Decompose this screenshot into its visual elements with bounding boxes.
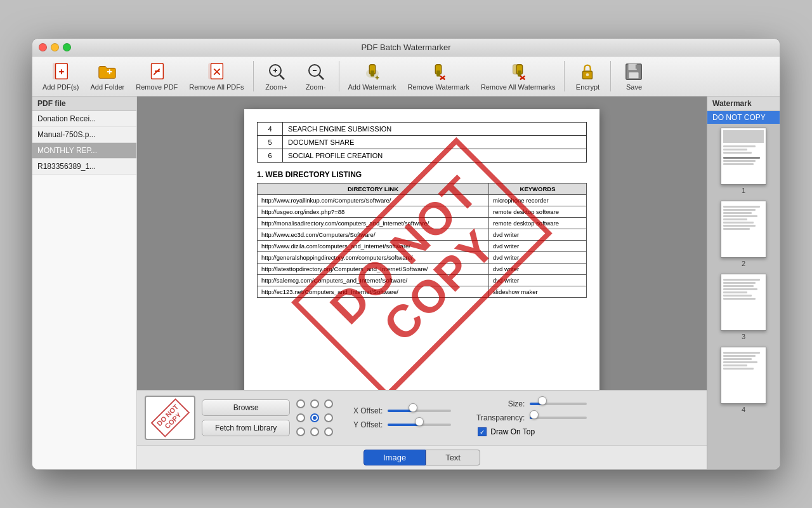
remove-pdf-icon bbox=[147, 62, 167, 82]
y-offset-row: Y Offset: bbox=[344, 420, 451, 429]
thumb-page-4 bbox=[721, 347, 766, 404]
browse-button[interactable]: Browse bbox=[202, 399, 290, 416]
pdf-data-table: DIRECTORY LINK KEYWORDS http://www.royal… bbox=[257, 183, 587, 298]
sep4 bbox=[610, 61, 611, 91]
pdf-list-item[interactable]: R183356389_1... bbox=[32, 159, 136, 175]
thumbnail-1[interactable]: 1 bbox=[721, 128, 766, 194]
pdf-list-header: PDF file bbox=[32, 97, 136, 111]
thumb-num-3: 3 bbox=[742, 333, 745, 340]
svg-point-35 bbox=[586, 73, 589, 76]
radio-br[interactable] bbox=[324, 427, 333, 436]
pdf-list-item[interactable]: Donation Recei... bbox=[32, 111, 136, 127]
transparency-slider[interactable] bbox=[530, 413, 587, 422]
x-offset-row: X Offset: bbox=[344, 406, 451, 415]
zoom-out-button[interactable]: Zoom- bbox=[297, 59, 335, 93]
thumb-page-2 bbox=[721, 201, 766, 258]
add-folder-button[interactable]: Add Folder bbox=[85, 59, 129, 93]
add-pdfs-button[interactable]: Add PDF(s) bbox=[37, 59, 84, 93]
thumb-num-1: 1 bbox=[742, 187, 745, 194]
watermark-list-item[interactable]: DO NOT COPY bbox=[707, 111, 780, 124]
remove-all-pdfs-label: Remove All PDFs bbox=[189, 83, 244, 91]
draw-on-top-checkbox[interactable] bbox=[478, 427, 487, 436]
remove-all-watermarks-button[interactable]: Remove All Watermarks bbox=[476, 59, 561, 93]
add-watermark-button[interactable]: Add Watermark bbox=[343, 59, 402, 93]
remove-watermark-button[interactable]: Remove Watermark bbox=[403, 59, 475, 93]
add-pdfs-label: Add PDF(s) bbox=[43, 83, 79, 91]
remove-all-pdfs-icon bbox=[206, 62, 226, 82]
right-panel-header: Watermark bbox=[707, 97, 780, 111]
radio-bl[interactable] bbox=[296, 427, 305, 436]
svg-rect-38 bbox=[629, 72, 639, 78]
radio-tl[interactable] bbox=[296, 399, 305, 408]
y-offset-slider[interactable] bbox=[388, 420, 451, 429]
draw-on-top-label: Draw On Top bbox=[490, 427, 535, 436]
zoom-in-icon bbox=[266, 62, 287, 82]
radio-row-1 bbox=[296, 399, 333, 408]
remove-watermark-label: Remove Watermark bbox=[408, 83, 469, 91]
thumbnail-3[interactable]: 3 bbox=[721, 274, 766, 340]
radio-row-2 bbox=[296, 413, 333, 422]
transparency-label: Transparency: bbox=[468, 413, 525, 422]
watermark-preview-text: DO NOTCOPY bbox=[150, 398, 189, 437]
fetch-from-library-button[interactable]: Fetch from Library bbox=[202, 420, 290, 436]
radio-ml[interactable] bbox=[296, 413, 305, 422]
radio-mc[interactable] bbox=[310, 413, 319, 422]
radio-mr[interactable] bbox=[324, 413, 333, 422]
save-label: Save bbox=[626, 83, 642, 91]
add-pdfs-icon bbox=[51, 62, 71, 82]
remove-all-pdfs-button[interactable]: Remove All PDFs bbox=[184, 59, 249, 93]
pdf-section-title: 1. WEB DIRECTORY LISTING bbox=[257, 170, 587, 179]
x-offset-slider[interactable] bbox=[388, 406, 451, 415]
window-title: PDF Batch Watermarker bbox=[361, 43, 450, 52]
remove-all-watermarks-icon bbox=[508, 62, 528, 82]
pdf-preview[interactable]: DO NOT COPY 4 SEARCH ENGINE SUBMISSION 5… bbox=[137, 97, 707, 390]
radio-bc[interactable] bbox=[310, 427, 319, 436]
svg-rect-37 bbox=[629, 64, 637, 70]
close-button[interactable] bbox=[39, 43, 47, 51]
x-offset-label: X Offset: bbox=[344, 406, 383, 415]
add-watermark-label: Add Watermark bbox=[348, 83, 396, 91]
save-button[interactable]: Save bbox=[615, 59, 653, 93]
sep1 bbox=[253, 61, 254, 91]
pdf-numbered-table: 4 SEARCH ENGINE SUBMISSION 5 DOCUMENT SH… bbox=[257, 122, 587, 163]
thumb-page-3 bbox=[721, 274, 766, 331]
svg-line-19 bbox=[319, 75, 324, 79]
zoom-out-icon bbox=[306, 62, 326, 82]
bottom-controls: DO NOTCOPY Browse Fetch from Library bbox=[137, 390, 707, 445]
tab-text[interactable]: Text bbox=[426, 450, 480, 465]
size-slider[interactable] bbox=[530, 399, 587, 408]
radio-tr[interactable] bbox=[324, 399, 333, 408]
minimize-button[interactable] bbox=[51, 43, 59, 51]
add-watermark-icon bbox=[362, 62, 383, 82]
titlebar: PDF Batch Watermarker bbox=[32, 39, 780, 57]
thumb-num-2: 2 bbox=[742, 260, 745, 267]
pdf-list-empty-space bbox=[32, 175, 136, 469]
thumbnail-4[interactable]: 4 bbox=[721, 347, 766, 413]
size-label: Size: bbox=[468, 399, 525, 408]
transparency-row: Transparency: bbox=[468, 413, 587, 422]
maximize-button[interactable] bbox=[63, 43, 71, 51]
pdf-list-item[interactable]: Manual-750S.p... bbox=[32, 127, 136, 143]
tab-image[interactable]: Image bbox=[363, 450, 426, 465]
pdf-page: DO NOT COPY 4 SEARCH ENGINE SUBMISSION 5… bbox=[244, 109, 599, 390]
sep2 bbox=[339, 61, 339, 91]
radio-row-3 bbox=[296, 427, 333, 436]
offset-controls: X Offset: Y Offset: bbox=[344, 406, 451, 429]
bottom-buttons: Browse Fetch from Library bbox=[202, 399, 290, 436]
thumbnail-2[interactable]: 2 bbox=[721, 201, 766, 267]
svg-rect-22 bbox=[370, 70, 374, 76]
size-row: Size: bbox=[468, 399, 587, 408]
remove-pdf-button[interactable]: Remove PDF bbox=[131, 59, 183, 93]
save-icon bbox=[624, 62, 644, 82]
radio-tc[interactable] bbox=[310, 399, 319, 408]
add-folder-icon bbox=[97, 62, 117, 82]
zoom-in-button[interactable]: Zoom+ bbox=[258, 59, 296, 93]
zoom-in-label: Zoom+ bbox=[265, 83, 287, 91]
encrypt-icon bbox=[577, 62, 598, 82]
toolbar: Add PDF(s) Add Folder Remove bbox=[32, 57, 780, 97]
watermark-preview: DO NOTCOPY bbox=[145, 396, 195, 440]
right-panel: Watermark DO NOT COPY 1 bbox=[707, 97, 780, 469]
encrypt-button[interactable]: Encrypt bbox=[568, 59, 606, 93]
tab-bar: Image Text bbox=[137, 445, 707, 469]
pdf-list-item-selected[interactable]: MONTHLY REP... bbox=[32, 143, 136, 159]
